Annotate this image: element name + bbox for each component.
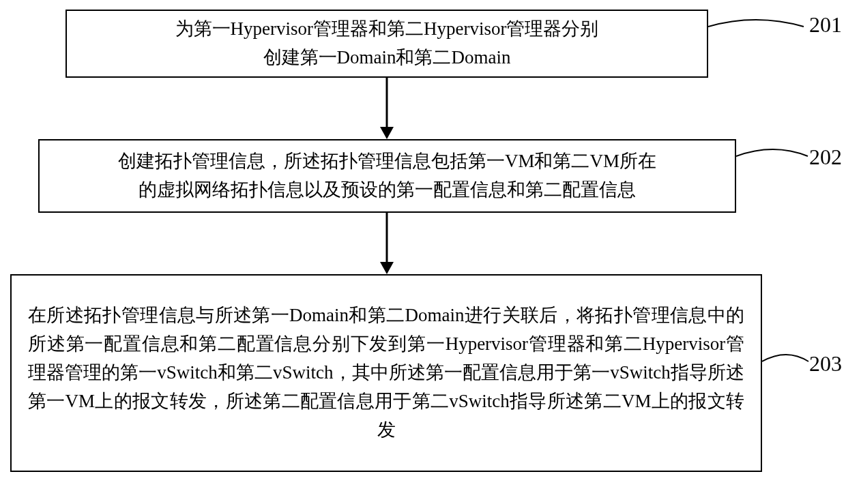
arrow-202-to-203 [375,213,398,274]
label-leader-203 [762,341,811,382]
label-leader-201 [708,10,811,50]
flow-step-203-text: 在所述拓扑管理信息与所述第一Domain和第二Domain进行关联后，将拓扑管理… [28,301,744,444]
flow-step-202: 创建拓扑管理信息，所述拓扑管理信息包括第一VM和第二VM所在的虚拟网络拓扑信息以… [38,139,736,213]
flowchart-canvas: 为第一Hypervisor管理器和第二Hypervisor管理器分别创建第一Do… [0,0,846,504]
arrow-201-to-202 [375,78,398,139]
flow-step-203: 在所述拓扑管理信息与所述第一Domain和第二Domain进行关联后，将拓扑管理… [10,274,762,472]
flow-step-202-text: 创建拓扑管理信息，所述拓扑管理信息包括第一VM和第二VM所在的虚拟网络拓扑信息以… [118,147,656,205]
flow-label-203: 203 [809,351,842,376]
svg-marker-3 [380,262,394,274]
flow-label-202: 202 [809,145,842,170]
flow-label-201: 201 [809,12,842,38]
label-leader-202 [736,139,811,180]
flow-step-201: 为第一Hypervisor管理器和第二Hypervisor管理器分别创建第一Do… [65,10,708,78]
flow-step-201-text: 为第一Hypervisor管理器和第二Hypervisor管理器分别创建第一Do… [175,15,599,72]
svg-marker-1 [380,127,394,139]
